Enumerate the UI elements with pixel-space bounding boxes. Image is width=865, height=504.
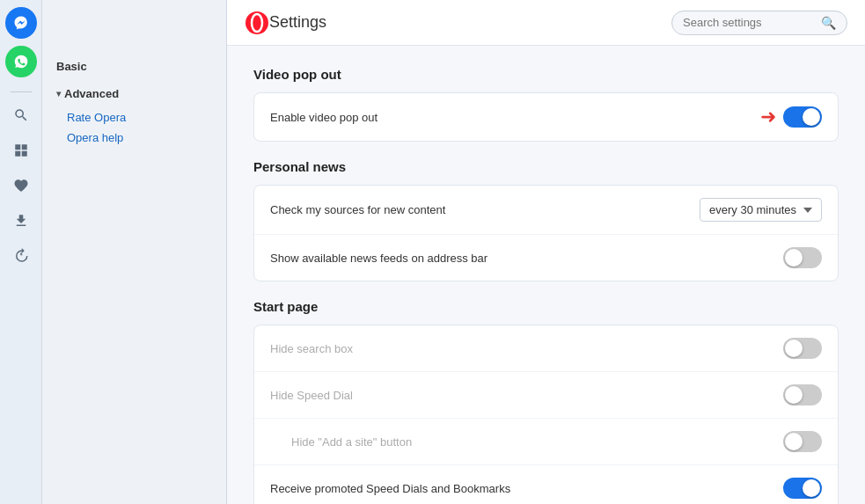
search-box[interactable]: 🔍: [671, 11, 847, 35]
header-title: Settings: [269, 13, 671, 32]
content-area: Video pop out Enable video pop out ➜ Per…: [227, 46, 865, 504]
hide-search-box-row: Hide search box: [254, 325, 838, 372]
show-news-feeds-toggle[interactable]: [783, 247, 822, 268]
toggle-track[interactable]: [783, 384, 822, 405]
hide-speed-dial-toggle[interactable]: [783, 384, 822, 405]
red-arrow-annotation: ➜: [760, 106, 776, 128]
icon-bar: [0, 0, 42, 504]
toggle-thumb: [803, 108, 820, 126]
sidebar: Basic ▾ Advanced Rate Opera Opera help: [42, 0, 227, 504]
hide-add-site-label: Hide "Add a site" button: [270, 435, 783, 449]
bookmarks-icon[interactable]: [5, 170, 37, 201]
sidebar-link-opera-help[interactable]: Opera help: [42, 128, 226, 148]
sidebar-basic-label: Basic: [42, 53, 226, 80]
toggle-track[interactable]: [783, 338, 822, 359]
history-icon[interactable]: [5, 240, 37, 272]
toggle-track[interactable]: [783, 106, 822, 128]
opera-logo: [245, 11, 269, 35]
search-sidebar-icon[interactable]: [5, 99, 37, 131]
personal-news-heading: Personal news: [253, 159, 839, 174]
check-sources-row: Check my sources for new content every 1…: [254, 186, 838, 235]
tabs-icon[interactable]: [5, 135, 37, 166]
main-area: Settings 🔍 Video pop out Enable video po…: [227, 0, 865, 504]
toggle-thumb: [785, 433, 803, 450]
toggle-track[interactable]: [783, 478, 822, 499]
enable-video-pop-out-toggle[interactable]: [783, 106, 822, 128]
downloads-icon[interactable]: [5, 205, 37, 237]
hide-add-site-row: Hide "Add a site" button: [254, 419, 838, 465]
hide-speed-dial-row: Hide Speed Dial: [254, 372, 838, 419]
show-news-feeds-label: Show available news feeds on address bar: [270, 252, 783, 265]
sidebar-advanced-label: ▾ Advanced: [42, 80, 226, 107]
search-icon: 🔍: [821, 16, 836, 30]
video-pop-out-card: Enable video pop out ➜: [253, 92, 839, 142]
start-page-card: Hide search box Hide Speed Dial Hide "Ad…: [253, 325, 839, 504]
hide-search-box-toggle[interactable]: [783, 338, 822, 359]
check-sources-label: Check my sources for new content: [270, 203, 700, 216]
toggle-thumb: [785, 386, 803, 404]
toggle-track[interactable]: [783, 247, 822, 268]
enable-video-pop-out-label: Enable video pop out: [270, 111, 760, 124]
check-sources-dropdown[interactable]: every 15 minutes every 30 minutes every …: [700, 198, 822, 222]
toggle-thumb: [803, 479, 820, 497]
show-news-feeds-row: Show available news feeds on address bar: [254, 235, 838, 281]
toggle-thumb: [785, 249, 803, 267]
header: Settings 🔍: [227, 0, 865, 46]
toggle-thumb: [785, 340, 803, 357]
sidebar-link-rate-opera[interactable]: Rate Opera: [42, 107, 226, 128]
video-pop-out-heading: Video pop out: [253, 67, 839, 82]
hide-speed-dial-label: Hide Speed Dial: [270, 389, 783, 402]
personal-news-card: Check my sources for new content every 1…: [253, 185, 839, 281]
receive-promoted-toggle[interactable]: [783, 478, 822, 499]
receive-promoted-label: Receive promoted Speed Dials and Bookmar…: [270, 482, 783, 495]
receive-promoted-row: Receive promoted Speed Dials and Bookmar…: [254, 465, 838, 504]
hide-search-box-label: Hide search box: [270, 342, 783, 355]
search-input[interactable]: [683, 16, 814, 29]
start-page-heading: Start page: [253, 299, 839, 314]
hide-add-site-toggle[interactable]: [783, 431, 822, 452]
icon-bar-divider: [11, 91, 32, 92]
toggle-track[interactable]: [783, 431, 822, 452]
messenger-icon[interactable]: [5, 7, 37, 39]
whatsapp-icon[interactable]: [5, 46, 37, 77]
chevron-down-icon: ▾: [56, 89, 61, 99]
enable-video-pop-out-row: Enable video pop out ➜: [254, 93, 838, 141]
